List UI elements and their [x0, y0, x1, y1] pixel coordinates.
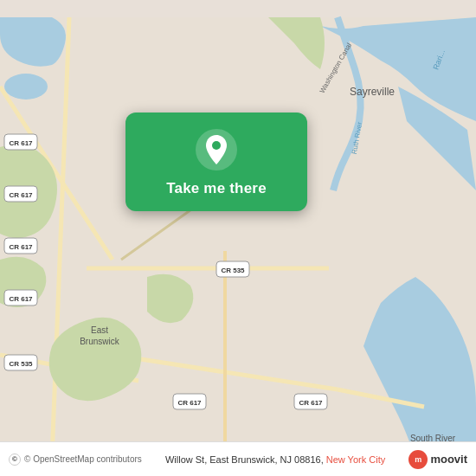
- address-text: Willow St, East Brunswick, NJ 08816,: [165, 454, 324, 465]
- location-pin-icon: [195, 128, 238, 171]
- svg-text:CR 617: CR 617: [177, 399, 202, 407]
- svg-text:CR 535: CR 535: [221, 267, 245, 274]
- bottom-bar: © © OpenStreetMap contributors Willow St…: [0, 441, 476, 476]
- svg-text:CR 617: CR 617: [9, 243, 33, 251]
- svg-text:CR 617: CR 617: [9, 295, 33, 303]
- moovit-icon: m: [408, 450, 428, 469]
- bottom-left-info: © © OpenStreetMap contributors: [9, 453, 142, 466]
- address-section: Willow St, East Brunswick, NJ 08816, New…: [142, 454, 409, 465]
- svg-text:Sayreville: Sayreville: [350, 86, 395, 98]
- osm-logo: ©: [9, 453, 21, 466]
- take-me-there-label: Take me there: [166, 180, 267, 197]
- svg-text:CR 617: CR 617: [299, 399, 323, 407]
- svg-text:CR 535: CR 535: [9, 360, 33, 368]
- svg-point-1: [4, 74, 48, 100]
- navigation-card[interactable]: Take me there: [125, 113, 307, 211]
- moovit-text: moovit: [430, 453, 467, 466]
- svg-point-34: [212, 141, 221, 150]
- osm-credit: © OpenStreetMap contributors: [24, 454, 142, 464]
- svg-text:CR 617: CR 617: [9, 191, 33, 199]
- city-link[interactable]: New York City: [326, 454, 385, 465]
- svg-text:CR 617: CR 617: [9, 139, 33, 147]
- svg-text:Brunswick: Brunswick: [80, 337, 120, 346]
- svg-text:East: East: [91, 325, 108, 335]
- map-background: CR 617 CR 617 CR 617 CR 617 CR 535 CR 53…: [0, 0, 476, 476]
- map-container: CR 617 CR 617 CR 617 CR 617 CR 535 CR 53…: [0, 0, 476, 476]
- moovit-logo[interactable]: m moovit: [408, 450, 467, 469]
